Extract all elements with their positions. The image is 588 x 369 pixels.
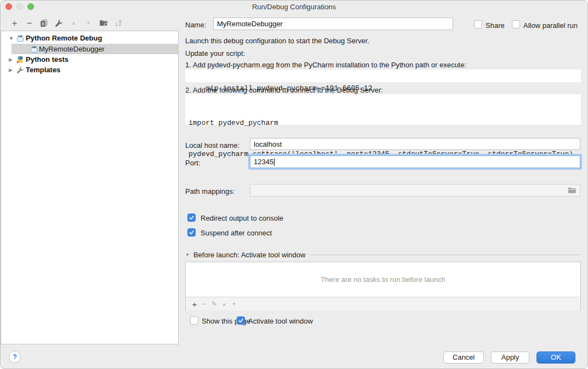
apply-button[interactable]: Apply [491, 351, 529, 364]
ok-button[interactable]: OK [536, 351, 575, 364]
path-mappings-label: Path mappings: [185, 187, 235, 195]
close-button[interactable] [5, 3, 12, 10]
cancel-button[interactable]: Cancel [443, 351, 484, 364]
instruction-launch: Launch this debug configuration to start… [185, 37, 369, 45]
section-divider [310, 255, 581, 255]
minimize-button [16, 3, 23, 10]
port-input[interactable]: 12345 [250, 155, 580, 168]
activate-tool-window-checkbox[interactable] [237, 316, 245, 325]
edit-task-icon: ✎ [209, 298, 219, 309]
share-label: Share [486, 21, 505, 30]
allow-parallel-run-label: Allow parallel run [523, 21, 578, 30]
tree-item-label: Templates [26, 66, 60, 74]
port-value: 12345 [254, 158, 273, 166]
local-host-label: Local host name: [185, 141, 239, 149]
local-host-input[interactable]: localhost [250, 138, 580, 150]
before-launch-title: Before launch: Activate tool window [193, 251, 306, 259]
chevron-collapsed-icon[interactable]: ▶ [9, 67, 13, 73]
pip-install-code-block[interactable]: pip install pydevd-pycharm~=191.6605.12 [185, 70, 581, 82]
configurations-tree: ▼ Python Remote Debug MyRemoteDebugger [1, 31, 179, 344]
code-import-line: import pydevd_pycharm [189, 118, 581, 128]
instruction-step1: 1. Add pydevd-pycharm.egg from the PyCha… [185, 61, 466, 69]
name-value: MyRemoteDebugger [217, 20, 283, 28]
section-collapse-icon[interactable]: ▼ [185, 252, 190, 257]
task-list-toolbar: + − ✎ ▲ ▼ [186, 297, 580, 310]
before-launch-task-list: There are no tasks to run before launch … [185, 262, 581, 310]
tree-item-myremotedebugger[interactable]: MyRemoteDebugger [1, 44, 178, 54]
suspend-after-connect-label: Suspend after connect [201, 229, 272, 237]
move-task-up-icon: ▲ [219, 298, 229, 309]
remove-task-icon: − [199, 298, 209, 309]
move-down-icon: ▼ [81, 18, 96, 28]
activate-tool-window-label: Activate tool window [248, 317, 313, 325]
instruction-step2: 2. Add the following command to connect … [185, 86, 383, 94]
empty-task-list-text: There are no tasks to run before launch [186, 262, 580, 297]
browse-folder-icon[interactable] [568, 187, 576, 194]
tree-item-label: MyRemoteDebugger [39, 45, 105, 53]
show-this-page-checkbox[interactable] [190, 316, 198, 325]
new-folder-icon[interactable] [96, 18, 111, 28]
question-mark-icon: ? [13, 353, 17, 361]
add-task-icon[interactable]: + [190, 298, 199, 309]
path-mappings-input[interactable] [250, 184, 580, 197]
before-launch-section-header[interactable]: ▼ Before launch: Activate tool window [185, 251, 581, 259]
title-bar[interactable]: Run/Debug Configurations [1, 1, 587, 13]
window-title: Run/Debug Configurations [1, 1, 587, 13]
allow-parallel-run-checkbox[interactable] [512, 20, 520, 28]
share-checkbox[interactable] [474, 20, 482, 28]
edit-defaults-wrench-icon[interactable] [52, 18, 66, 28]
python-tests-icon [16, 56, 24, 64]
templates-wrench-icon [16, 66, 24, 74]
tree-item-label: Python Remote Debug [26, 34, 102, 42]
add-configuration-icon[interactable]: + [7, 18, 22, 28]
name-input[interactable]: MyRemoteDebugger [213, 18, 453, 30]
settrace-code-block[interactable]: import pydevd_pycharm pydevd_pycharm.set… [185, 94, 581, 125]
zoom-button[interactable] [27, 3, 34, 10]
move-up-icon: ▲ [66, 18, 81, 28]
tree-item-templates[interactable]: ▶ Templates [1, 65, 178, 75]
move-task-down-icon: ▼ [229, 298, 239, 309]
remote-debug-icon [30, 45, 38, 53]
local-host-value: localhost [254, 140, 282, 148]
copy-configuration-icon[interactable] [37, 18, 52, 28]
port-label: Port: [185, 159, 200, 167]
tree-item-label: Python tests [26, 55, 68, 64]
name-label: Name: [185, 21, 206, 29]
help-button[interactable]: ? [9, 351, 21, 363]
tree-item-python-remote-debug[interactable]: ▼ Python Remote Debug [1, 33, 178, 43]
text-caret [274, 158, 275, 166]
suspend-after-connect-checkbox[interactable] [187, 228, 196, 237]
redirect-output-label: Redirect output to console [201, 214, 283, 222]
chevron-collapsed-icon[interactable]: ▶ [9, 57, 13, 62]
tree-item-python-tests[interactable]: ▶ Python tests [1, 54, 178, 65]
configurations-toolbar: + − ▲ ▼ ↓ az [7, 18, 125, 28]
redirect-output-checkbox[interactable] [187, 214, 196, 222]
sort-alphabetically-icon[interactable]: ↓ az [111, 18, 125, 28]
instruction-update: Update your script: [185, 49, 245, 57]
remove-configuration-icon[interactable]: − [22, 18, 37, 28]
run-debug-configurations-dialog: Run/Debug Configurations + − ▲ ▼ [0, 0, 588, 369]
chevron-expanded-icon[interactable]: ▼ [9, 36, 14, 41]
remote-debug-icon [16, 34, 24, 42]
